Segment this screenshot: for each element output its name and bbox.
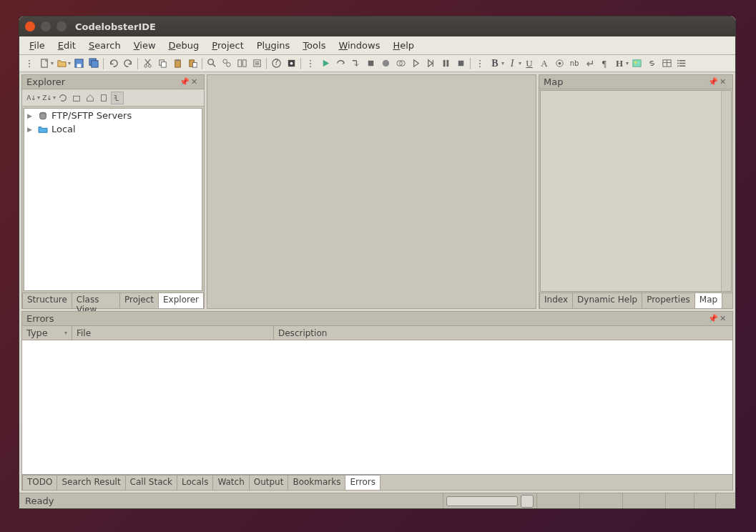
redo-button[interactable] [121, 56, 135, 71]
bold-button[interactable]: B [488, 56, 502, 71]
tab-project[interactable]: Project [120, 292, 159, 308]
progress-stop-button[interactable] [521, 495, 534, 508]
paste-button[interactable] [170, 56, 185, 71]
step-into-button[interactable] [348, 56, 363, 71]
italic-button[interactable]: I [505, 56, 519, 71]
stop-button[interactable] [453, 56, 468, 71]
tab-errors[interactable]: Errors [345, 475, 381, 490]
tab-output[interactable]: Output [250, 475, 289, 490]
tab-structure[interactable]: Structure [22, 292, 72, 308]
minimize-window-button[interactable] [41, 21, 51, 31]
help-button[interactable]: ? [269, 56, 283, 71]
run-button[interactable] [318, 56, 333, 71]
pin-icon[interactable]: 📌 [180, 78, 188, 87]
close-panel-button[interactable]: ✕ [720, 78, 728, 87]
scrollbar[interactable] [721, 91, 731, 291]
expand-icon[interactable]: ▶ [27, 126, 34, 133]
menu-edit[interactable]: Edit [52, 38, 82, 53]
col-description[interactable]: Description [274, 326, 732, 340]
tab-map[interactable]: Map [695, 292, 722, 308]
menu-view[interactable]: View [128, 38, 162, 53]
tree-view-button[interactable] [111, 92, 124, 104]
tab-properties[interactable]: Properties [642, 292, 695, 308]
menu-tools[interactable]: Tools [297, 38, 331, 53]
find-button[interactable] [205, 56, 219, 71]
open-dropdown[interactable]: ▾ [68, 60, 71, 66]
paste-clipboard-button[interactable] [185, 56, 200, 71]
newline-button[interactable] [582, 56, 597, 71]
undo-button[interactable] [106, 56, 120, 71]
font-color-button[interactable] [552, 56, 566, 71]
menu-plugins[interactable]: Plugins [251, 38, 296, 53]
sort-dropdown-2[interactable]: ▾ [53, 94, 56, 101]
menu-windows[interactable]: Windows [333, 38, 386, 53]
paragraph-button[interactable]: ¶ [597, 56, 612, 71]
nbsp-button[interactable]: nb [567, 56, 581, 71]
refresh-button[interactable] [57, 92, 69, 104]
sort-az-button[interactable]: A↓ [25, 92, 38, 104]
home-button[interactable] [84, 92, 97, 104]
tab-locals[interactable]: Locals [177, 475, 213, 490]
bookmark-button[interactable] [235, 56, 249, 71]
underline-button[interactable]: U [522, 56, 536, 71]
bold-dropdown[interactable]: ▾ [501, 60, 504, 66]
col-type[interactable]: Type ▾ [22, 326, 72, 340]
close-panel-button[interactable]: ✕ [720, 315, 728, 323]
close-window-button[interactable] [25, 21, 35, 31]
pin-icon[interactable]: 📌 [708, 315, 717, 323]
editor-area[interactable] [208, 76, 535, 307]
heading-button[interactable]: H [612, 56, 627, 71]
tab-index[interactable]: Index [539, 292, 573, 308]
save-button[interactable] [72, 56, 86, 71]
image-button[interactable] [629, 56, 644, 71]
menu-help[interactable]: Help [387, 38, 420, 53]
copy-button[interactable] [155, 56, 170, 71]
list-button[interactable] [674, 56, 689, 71]
menu-file[interactable]: File [24, 38, 51, 53]
sort-dropdown[interactable]: ▾ [37, 94, 40, 101]
open-button[interactable] [54, 56, 69, 71]
pin-icon[interactable]: 📌 [708, 78, 717, 87]
new-file-icon[interactable] [97, 92, 110, 104]
errors-list[interactable] [22, 340, 732, 474]
pause-button[interactable] [438, 56, 453, 71]
file-tree[interactable]: ▶ FTP/SFTP Servers ▶ Local [24, 108, 202, 291]
menu-project[interactable]: Project [206, 38, 250, 53]
sort-za-button[interactable]: Z↓ [41, 92, 54, 104]
collapse-button[interactable] [70, 92, 83, 104]
save-all-button[interactable] [87, 56, 101, 71]
step-over-button[interactable] [333, 56, 348, 71]
menu-search[interactable]: Search [83, 38, 127, 53]
font-button[interactable]: A [537, 56, 551, 71]
tree-item-ftp[interactable]: ▶ FTP/SFTP Servers [24, 109, 202, 122]
watch-button[interactable] [393, 56, 408, 71]
goto-button[interactable] [250, 56, 264, 71]
tree-item-local[interactable]: ▶ Local [24, 122, 202, 136]
heading-dropdown[interactable]: ▾ [626, 60, 629, 66]
breakpoint-button[interactable] [378, 56, 393, 71]
tab-todo[interactable]: TODO [22, 475, 57, 490]
map-body[interactable] [540, 90, 732, 292]
continue-button[interactable] [408, 56, 423, 71]
plugin-button[interactable] [284, 56, 298, 71]
col-file[interactable]: File [72, 326, 274, 340]
tab-dynamic-help[interactable]: Dynamic Help [573, 292, 642, 308]
find-in-files-button[interactable] [220, 56, 234, 71]
menu-debug[interactable]: Debug [163, 38, 205, 53]
expand-icon[interactable]: ▶ [27, 112, 34, 119]
new-file-dropdown[interactable]: ▾ [51, 60, 54, 66]
close-panel-button[interactable]: ✕ [191, 78, 200, 87]
stop-debug-button[interactable] [363, 56, 378, 71]
link-button[interactable] [644, 56, 659, 71]
italic-dropdown[interactable]: ▾ [519, 60, 521, 66]
tab-classview[interactable]: Class View [72, 292, 120, 308]
maximize-window-button[interactable] [57, 21, 67, 31]
table-button[interactable] [659, 56, 674, 71]
tab-call-stack[interactable]: Call Stack [126, 475, 177, 490]
step-button[interactable] [423, 56, 438, 71]
tab-bookmarks[interactable]: Bookmarks [288, 475, 345, 490]
tab-explorer[interactable]: Explorer [159, 292, 204, 308]
tab-search-result[interactable]: Search Result [57, 475, 125, 490]
tab-watch[interactable]: Watch [213, 475, 249, 490]
cut-button[interactable] [140, 56, 154, 71]
